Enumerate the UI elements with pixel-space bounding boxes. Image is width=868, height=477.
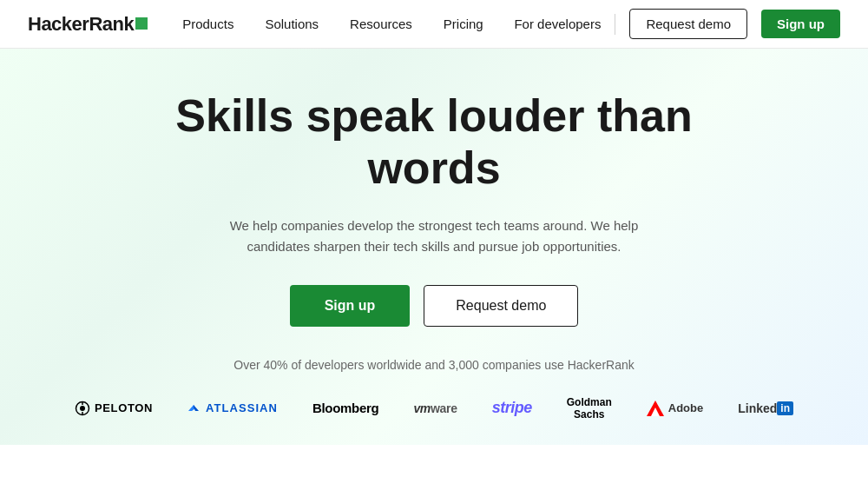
- goldman-sachs-logo: GoldmanSachs: [567, 396, 612, 421]
- adobe-text: Adobe: [668, 401, 703, 414]
- linkedin-logo: Linkedin: [738, 401, 793, 415]
- logo[interactable]: HackerRank: [28, 13, 148, 36]
- nav-signup-button[interactable]: Sign up: [761, 10, 840, 38]
- bloomberg-logo: Bloomberg: [312, 401, 378, 415]
- hero-subtitle: We help companies develop the strongest …: [226, 215, 642, 257]
- nav-links: Products Solutions Resources Pricing: [182, 17, 514, 31]
- linkedin-in-badge: in: [777, 401, 793, 415]
- vmware-text: vmware: [413, 401, 457, 415]
- nav-right: For developers Request demo Sign up: [514, 9, 840, 39]
- logo-text: HackerRank: [28, 13, 134, 36]
- adobe-logo: Adobe: [647, 401, 703, 416]
- atlassian-text: ATLASSIAN: [206, 401, 278, 414]
- social-proof-text: Over 40% of developers worldwide and 3,0…: [233, 358, 634, 372]
- navbar: HackerRank Products Solutions Resources …: [0, 0, 868, 49]
- brand-logos: PELOTON ATLASSIAN Bloomberg vmware strip…: [75, 396, 793, 421]
- bloomberg-text: Bloomberg: [312, 401, 378, 415]
- nav-item-resources[interactable]: Resources: [350, 17, 412, 31]
- nav-request-demo-button[interactable]: Request demo: [629, 9, 747, 39]
- nav-for-developers[interactable]: For developers: [514, 17, 601, 31]
- hero-signup-button[interactable]: Sign up: [290, 285, 411, 327]
- atlassian-logo: ATLASSIAN: [187, 401, 278, 416]
- hero-request-demo-button[interactable]: Request demo: [424, 285, 578, 327]
- svg-point-1: [80, 406, 85, 411]
- atlassian-icon: [187, 401, 201, 416]
- nav-item-solutions[interactable]: Solutions: [265, 17, 319, 31]
- goldman-text: GoldmanSachs: [567, 396, 612, 421]
- linkedin-text: Linked: [738, 401, 777, 415]
- vmware-logo: vmware: [413, 401, 457, 415]
- hero-buttons: Sign up Request demo: [290, 285, 579, 327]
- hero-section: Skills speak louder than words We help c…: [0, 49, 868, 445]
- peloton-logo: PELOTON: [75, 401, 153, 416]
- adobe-icon: [647, 401, 664, 416]
- logo-icon: [135, 17, 148, 30]
- stripe-logo: stripe: [492, 399, 532, 417]
- nav-item-pricing[interactable]: Pricing: [444, 17, 483, 31]
- nav-divider: [615, 14, 615, 35]
- peloton-icon: [75, 401, 90, 416]
- stripe-text: stripe: [492, 399, 532, 416]
- hero-title: Skills speak louder than words: [139, 90, 729, 195]
- nav-item-products[interactable]: Products: [182, 17, 233, 31]
- peloton-text: PELOTON: [95, 401, 153, 414]
